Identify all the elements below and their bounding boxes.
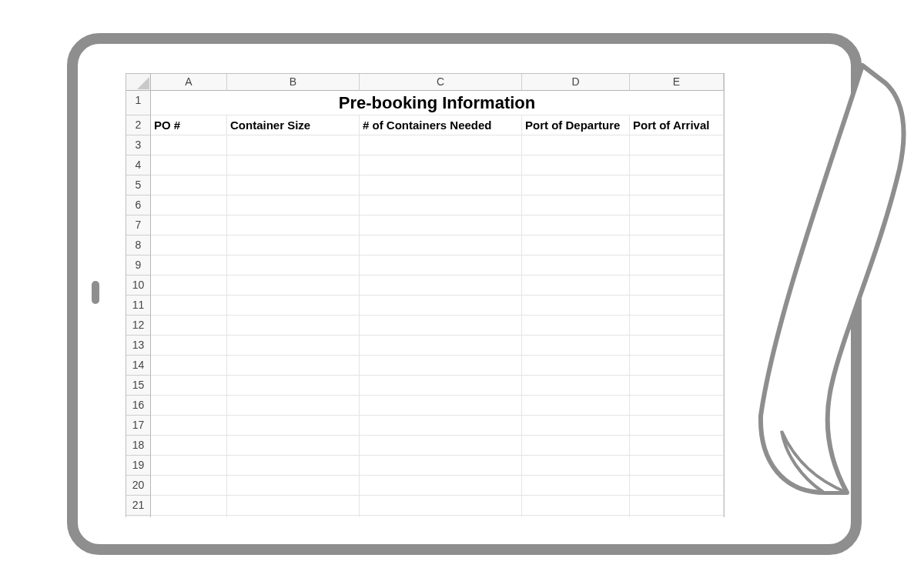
cell-C9[interactable] [360, 256, 522, 276]
cell-B16[interactable] [227, 396, 360, 416]
cell-E17[interactable] [630, 416, 724, 436]
cell-overflow[interactable] [724, 215, 725, 236]
column-header-C[interactable]: C [360, 74, 522, 91]
cell-C20[interactable] [360, 476, 522, 496]
cell-A4[interactable] [151, 155, 227, 175]
cell-C22[interactable] [360, 516, 522, 517]
cell-A2[interactable]: PO # [151, 115, 227, 135]
cell-B5[interactable] [227, 175, 360, 195]
cell-D7[interactable] [522, 215, 630, 236]
cell-A17[interactable] [151, 416, 227, 436]
row-header-20[interactable]: 20 [126, 476, 151, 496]
cell-D3[interactable] [522, 135, 630, 155]
cell-A3[interactable] [151, 135, 227, 155]
cell-overflow[interactable] [724, 376, 725, 396]
cell-E3[interactable] [630, 135, 724, 155]
cell-B11[interactable] [227, 296, 360, 316]
cell-B6[interactable] [227, 195, 360, 215]
row-header-22[interactable]: 22 [126, 516, 151, 517]
cell-A19[interactable] [151, 456, 227, 476]
cell-B13[interactable] [227, 336, 360, 356]
cell-E2[interactable]: Port of Arrival [630, 115, 724, 135]
cell-C12[interactable] [360, 316, 522, 336]
row-header-19[interactable]: 19 [126, 456, 151, 476]
row-header-12[interactable]: 12 [126, 316, 151, 336]
cell-overflow[interactable] [724, 135, 725, 155]
cell-C5[interactable] [360, 175, 522, 195]
column-header-E[interactable]: E [630, 74, 724, 91]
cell-overflow[interactable] [724, 356, 725, 376]
cell-A9[interactable] [151, 256, 227, 276]
cell-C14[interactable] [360, 356, 522, 376]
cell-D15[interactable] [522, 376, 630, 396]
cell-B2[interactable]: Container Size [227, 115, 360, 135]
cell-B19[interactable] [227, 456, 360, 476]
select-all-corner[interactable] [126, 74, 151, 91]
cell-C3[interactable] [360, 135, 522, 155]
row-header-10[interactable]: 10 [126, 276, 151, 296]
cell-A13[interactable] [151, 336, 227, 356]
cell-A6[interactable] [151, 195, 227, 215]
cell-overflow[interactable] [724, 476, 725, 496]
cell-overflow[interactable] [724, 155, 725, 175]
cell-D22[interactable] [522, 516, 630, 517]
cell-D8[interactable] [522, 236, 630, 256]
cell-E21[interactable] [630, 496, 724, 516]
row-header-21[interactable]: 21 [126, 496, 151, 516]
cell-D13[interactable] [522, 336, 630, 356]
cell-E5[interactable] [630, 175, 724, 195]
cell-B8[interactable] [227, 236, 360, 256]
row-header-13[interactable]: 13 [126, 336, 151, 356]
cell-D4[interactable] [522, 155, 630, 175]
cell-overflow[interactable] [724, 175, 725, 195]
cell-A10[interactable] [151, 276, 227, 296]
cell-D17[interactable] [522, 416, 630, 436]
cell-A18[interactable] [151, 436, 227, 456]
cell-D20[interactable] [522, 476, 630, 496]
row-header-9[interactable]: 9 [126, 256, 151, 276]
row-header-7[interactable]: 7 [126, 215, 151, 236]
cell-D21[interactable] [522, 496, 630, 516]
cell-E14[interactable] [630, 356, 724, 376]
cell-E6[interactable] [630, 195, 724, 215]
cell-E11[interactable] [630, 296, 724, 316]
row-header-8[interactable]: 8 [126, 236, 151, 256]
cell-B18[interactable] [227, 436, 360, 456]
cell-C18[interactable] [360, 436, 522, 456]
cell-D16[interactable] [522, 396, 630, 416]
cell-D2[interactable]: Port of Departure [522, 115, 630, 135]
cell-D12[interactable] [522, 316, 630, 336]
row-header-6[interactable]: 6 [126, 195, 151, 215]
row-header-5[interactable]: 5 [126, 175, 151, 195]
cell-E7[interactable] [630, 215, 724, 236]
cell-B15[interactable] [227, 376, 360, 396]
row-header-3[interactable]: 3 [126, 135, 151, 155]
row-header-15[interactable]: 15 [126, 376, 151, 396]
cell-C16[interactable] [360, 396, 522, 416]
cell-A12[interactable] [151, 316, 227, 336]
row-header-11[interactable]: 11 [126, 296, 151, 316]
cell-A22[interactable] [151, 516, 227, 517]
cell-C6[interactable] [360, 195, 522, 215]
cell-D11[interactable] [522, 296, 630, 316]
cell-C19[interactable] [360, 456, 522, 476]
row-header-18[interactable]: 18 [126, 436, 151, 456]
cell-A15[interactable] [151, 376, 227, 396]
cell-overflow[interactable] [724, 436, 725, 456]
cell-D9[interactable] [522, 256, 630, 276]
cell-overflow[interactable] [724, 115, 725, 135]
row-header-16[interactable]: 16 [126, 396, 151, 416]
cell-B3[interactable] [227, 135, 360, 155]
row-header-2[interactable]: 2 [126, 115, 151, 135]
cell-E16[interactable] [630, 396, 724, 416]
column-header-A[interactable]: A [151, 74, 227, 91]
cell-overflow[interactable] [724, 236, 725, 256]
cell-C15[interactable] [360, 376, 522, 396]
cell-A14[interactable] [151, 356, 227, 376]
cell-B22[interactable] [227, 516, 360, 517]
cell-overflow[interactable] [724, 91, 725, 115]
cell-E4[interactable] [630, 155, 724, 175]
row-header-14[interactable]: 14 [126, 356, 151, 376]
cell-title[interactable]: Pre-booking Information [151, 91, 724, 115]
cell-C10[interactable] [360, 276, 522, 296]
